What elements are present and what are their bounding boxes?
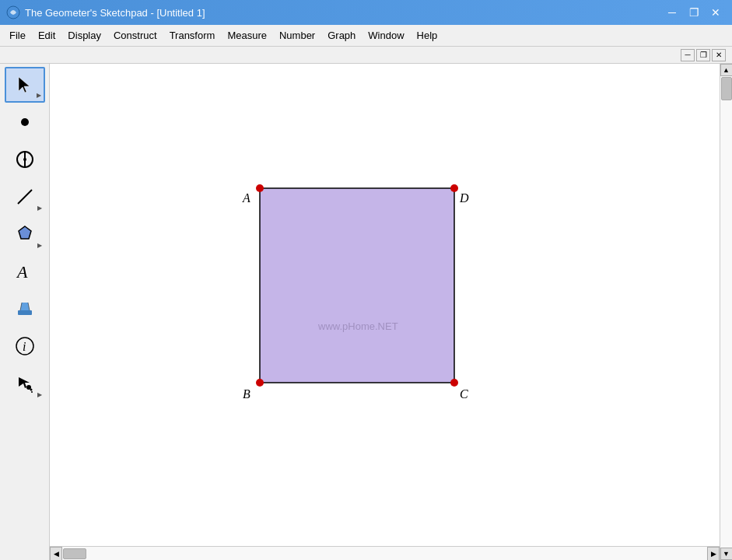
info-tool-button[interactable]: i [5,328,45,364]
vertex-b-dot[interactable] [256,379,264,387]
v-scroll-track[interactable] [720,76,733,548]
vertex-a-dot[interactable] [256,184,264,192]
custom-tool-button[interactable]: ▶ [5,366,45,401]
mdi-minimize-button[interactable]: ─ [681,49,695,61]
v-scroll-thumb[interactable] [721,77,732,100]
svg-marker-8 [19,226,31,239]
scroll-left-button[interactable]: ◀ [50,547,62,561]
menu-help[interactable]: Help [411,27,444,44]
marker-icon [14,298,36,320]
window-controls: ─ ❐ ✕ [662,5,726,20]
vertex-d-dot[interactable] [450,184,458,192]
svg-line-7 [18,190,32,204]
h-scrollbar: ◀ ▶ [50,546,720,560]
app-icon [6,5,20,19]
svg-point-18 [30,389,32,391]
vertex-c-label: C [460,387,468,401]
line-tool-arrow: ▶ [37,205,42,212]
menu-graph[interactable]: Graph [321,27,362,44]
custom-tool-arrow: ▶ [37,391,42,398]
svg-point-2 [21,118,29,126]
mdi-close-button[interactable]: ✕ [712,49,726,61]
svg-point-19 [31,391,33,393]
vertex-a-label: A [243,191,250,205]
point-tool-button[interactable] [5,104,45,140]
menu-bar: File Edit Display Construct Transform Me… [0,25,732,47]
marker-tool-button[interactable] [5,291,45,327]
vertex-d-label: D [460,191,469,205]
svg-point-6 [23,158,26,161]
polygon-tool-button[interactable]: ▶ [5,216,45,252]
compass-icon [14,149,36,170]
h-scroll-track[interactable] [62,547,707,561]
h-scroll-thumb[interactable] [63,548,86,559]
v-scrollbar: ▲ ▼ [720,64,732,560]
svg-marker-1 [19,77,30,93]
menu-edit[interactable]: Edit [32,27,61,44]
menu-measure[interactable]: Measure [221,27,273,44]
tool-arrow-indicator: ▶ [37,92,41,99]
title-bar: The Geometer's Sketchpad - [Untitled 1] … [0,0,732,25]
point-icon [14,111,36,133]
window-title: The Geometer's Sketchpad - [Untitled 1] [25,7,205,19]
mdi-restore-button[interactable]: ❐ [696,49,710,61]
inner-area: ▶ ▶ [0,64,732,560]
scroll-down-button[interactable]: ▼ [720,548,733,560]
scroll-up-button[interactable]: ▲ [720,64,733,76]
menu-display[interactable]: Display [61,27,107,44]
quadrilateral-shape [260,188,454,383]
compass-tool-button[interactable] [5,142,45,177]
close-button[interactable]: ✕ [706,5,726,20]
canvas-area[interactable]: A D B C www.pHome.NET ◀ ▶ [50,64,720,560]
select-icon [14,74,36,96]
vertex-b-label: B [243,387,250,401]
mdi-toolbar: ─ ❐ ✕ [0,47,732,64]
minimize-button[interactable]: ─ [662,5,682,20]
svg-text:A: A [16,262,28,282]
menu-file[interactable]: File [3,27,32,44]
custom-tool-icon [14,373,36,394]
app-body: ─ ❐ ✕ ▶ [0,47,732,560]
scroll-right-button[interactable]: ▶ [707,547,720,561]
select-tool-button[interactable]: ▶ [5,67,45,103]
text-tool-button[interactable]: A [5,254,45,289]
line-icon [14,186,36,208]
left-toolbar: ▶ ▶ [0,64,50,560]
menu-transform[interactable]: Transform [163,27,222,44]
geometry-canvas [50,64,720,560]
info-icon: i [14,335,36,357]
svg-text:i: i [23,340,26,353]
vertex-c-dot[interactable] [450,379,458,387]
menu-number[interactable]: Number [273,27,321,44]
svg-rect-10 [18,310,32,315]
text-icon: A [14,261,36,282]
polygon-tool-arrow: ▶ [37,242,42,249]
line-tool-button[interactable]: ▶ [5,179,45,215]
menu-window[interactable]: Window [362,27,410,44]
polygon-icon [14,223,36,245]
restore-button[interactable]: ❐ [684,5,704,20]
menu-construct[interactable]: Construct [107,27,163,44]
